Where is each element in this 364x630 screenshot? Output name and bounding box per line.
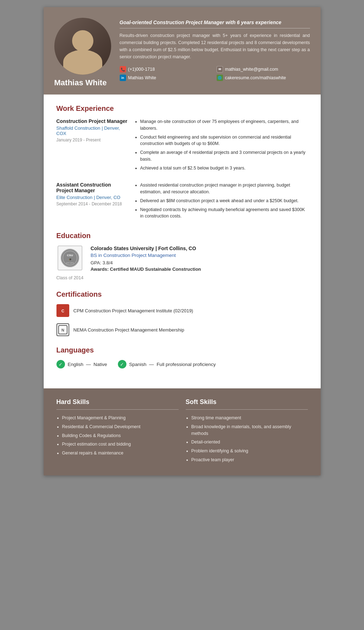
avatar-container: Mathias White [54,18,111,87]
hard-skills-list: Project Management & Planning Residentia… [56,415,179,457]
job-1-dates: January 2019 - Present [56,138,127,142]
soft-skill-1: Strong time management [191,415,308,421]
job-2-bullet-2: Delivered an $8M construction project a … [140,198,308,204]
email-value: mathias_white@gmail.com [225,67,278,72]
work-experience-section: Work Experience Construction Project Man… [56,104,308,222]
cert-2: N NEMA Construction Project Management M… [56,323,308,336]
svg-text:C: C [61,309,64,313]
candidate-name: Mathias White [54,78,111,87]
english-label: English — Native [68,362,107,367]
contact-linkedin: in Mathias White [120,75,213,81]
contact-email: ✉ mathias_white@gmail.com [217,66,310,72]
degree-name: BS in Construction Project Management [91,253,308,258]
summary-text: Results-driven construction project mana… [120,32,310,60]
language-english: ✓ English — Native [56,360,107,368]
work-experience-title: Work Experience [56,104,308,113]
skills-footer: Hard Skills Project Management & Plannin… [44,388,321,475]
cpm-icon: C [56,304,69,317]
resume-container: Mathias White Goal-oriented Construction… [44,7,321,475]
job-2-left: Assistant Construction Project Manager E… [56,182,127,222]
hard-skill-1: Project Management & Planning [62,415,179,421]
job-2-dates: September 2014 - December 2018 [56,201,127,206]
soft-skills-list: Strong time management Broad knowledge i… [186,415,308,463]
job-1-bullets: Manage on-site construction of over 75 e… [135,118,308,171]
phone-icon: 📞 [120,66,126,72]
cert-2-text: NEMA Construction Project Management Mem… [74,327,184,333]
education-row: CSU 🎓 EST.1970 Class of 2014 Colorado St… [56,246,308,280]
avatar [54,18,111,75]
soft-skills-title: Soft Skills [186,398,308,406]
certifications-section: Certifications C CPM Construction Projec… [56,290,308,336]
english-check-icon: ✓ [56,360,65,368]
website-value: cakeresume.com/mathiaswhite [225,75,286,80]
job-2-company: Elite Construction | Denver, CO [56,195,127,200]
job-2: Assistant Construction Project Manager E… [56,182,308,222]
web-icon: 🌐 [217,75,223,81]
header-right: Goal-oriented Construction Project Manag… [120,18,310,81]
university-name: Colorado States University | Fort Collin… [91,246,308,251]
tagline: Goal-oriented Construction Project Manag… [120,20,310,25]
spanish-check-icon: ✓ [118,360,126,368]
job-1-bullet-2: Conduct field engineering and site super… [140,134,308,147]
job-2-title: Assistant Construction Project Manager [56,182,127,193]
job-1-bullet-3: Complete an average of 4 residential pro… [140,149,308,163]
job-2-bullet-3: Negotiated contracts by achieving mutual… [140,206,308,220]
header-section: Mathias White Goal-oriented Construction… [44,7,321,95]
soft-skill-2: Broad knowledge in materials, tools, and… [191,424,308,437]
job-1-title: Construction Project Manager [56,118,127,124]
hard-skill-3: Building Codes & Regulations [62,432,179,439]
hard-skill-4: Project estimation cost and bidding [62,441,179,448]
soft-skill-4: Problem identifying & solving [191,448,308,454]
languages-title: Languages [56,346,308,354]
hard-skills-divider [56,409,179,410]
contact-phone: 📞 (+1)000-1718 [120,66,213,72]
hard-skills-section: Hard Skills Project Management & Plannin… [56,398,179,465]
languages-section: Languages ✓ English — Native ✓ Spanish — [56,346,308,368]
job-1-right: Manage on-site construction of over 75 e… [135,118,308,173]
job-1-bullet-4: Achieved a total sum of $2.5 below budge… [140,165,308,172]
cert-1: C CPM Construction Project Management In… [56,304,308,317]
job-1-company: Shaffold Construction | Denver, COX [56,125,127,136]
university-seal-icon: CSU 🎓 EST.1970 [60,248,80,268]
certifications-title: Certifications [56,290,308,298]
header-divider [120,28,310,28]
svg-text:CSU: CSU [67,254,73,257]
linkedin-value: Mathias White [128,75,156,80]
hard-skill-5: General repairs & maintenance [62,450,179,457]
phone-value: (+1)000-1718 [128,67,155,72]
gpa: GPA: 3.8/4 [91,260,308,265]
nema-logo-icon: N [58,325,68,335]
soft-skill-5: Proactive team player [191,457,308,463]
university-logo: CSU 🎓 EST.1970 [58,246,82,270]
job-2-bullets: Assisted residential construction projec… [135,182,308,220]
linkedin-icon: in [120,75,126,81]
education-details: Colorado States University | Fort Collin… [91,246,308,272]
education-title: Education [56,232,308,240]
soft-skills-divider [186,409,308,410]
svg-text:N: N [61,328,64,332]
contact-website: 🌐 cakeresume.com/mathiaswhite [217,75,310,81]
contact-grid: 📞 (+1)000-1718 ✉ mathias_white@gmail.com… [120,66,310,81]
job-2-right: Assisted residential construction projec… [135,182,308,222]
languages-row: ✓ English — Native ✓ Spanish — Full prof… [56,360,308,368]
job-1-left: Construction Project Manager Shaffold Co… [56,118,127,173]
cert-1-text: CPM Construction Project Management Inst… [74,308,193,313]
class-of: Class of 2014 [56,275,83,280]
job-2-bullet-1: Assisted residential construction projec… [140,182,308,195]
language-spanish: ✓ Spanish — Full professional proficienc… [118,360,216,368]
hard-skill-2: Residential & Commercial Development [62,424,179,430]
soft-skill-3: Detail-oriented [191,439,308,446]
soft-skills-section: Soft Skills Strong time management Broad… [186,398,308,465]
cpm-logo-icon: C [58,306,68,316]
awards: Awards: Certified MAUD Sustainable Const… [91,266,308,272]
education-section: Education CSU 🎓 EST.1970 Class of 2014 [56,232,308,280]
main-content: Work Experience Construction Project Man… [44,95,321,388]
svg-point-0 [61,249,79,267]
email-icon: ✉ [217,66,223,72]
svg-text:🎓: 🎓 [69,258,71,261]
nema-icon: N [56,323,69,336]
hard-skills-title: Hard Skills [56,398,179,406]
job-1-bullet-1: Manage on-site construction of over 75 e… [140,118,308,132]
job-1: Construction Project Manager Shaffold Co… [56,118,308,173]
svg-text:EST.1970: EST.1970 [66,262,74,264]
